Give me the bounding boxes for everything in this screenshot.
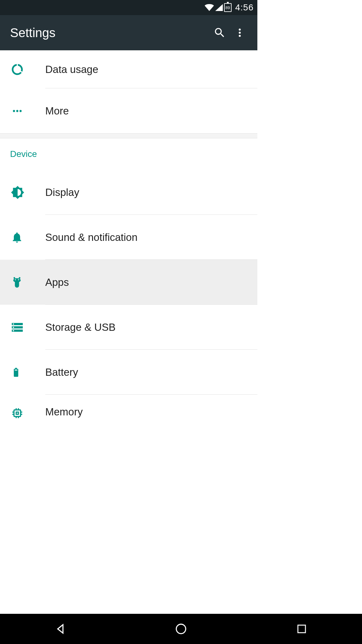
battery-icon: 89 bbox=[224, 3, 232, 12]
section-divider bbox=[0, 133, 257, 138]
settings-item-label: Data usage bbox=[45, 64, 98, 75]
search-icon bbox=[213, 26, 226, 39]
memory-icon bbox=[11, 407, 24, 420]
settings-item-label: Sound & notification bbox=[45, 231, 138, 243]
app-bar: Settings bbox=[0, 15, 257, 50]
apps-icon bbox=[11, 275, 23, 289]
overflow-button[interactable] bbox=[230, 23, 250, 43]
settings-item-battery[interactable]: Battery bbox=[0, 350, 257, 395]
svg-point-4 bbox=[18, 279, 19, 280]
svg-point-2 bbox=[13, 278, 20, 282]
settings-item-storage[interactable]: Storage & USB bbox=[0, 305, 257, 350]
settings-item-label: More bbox=[45, 105, 69, 117]
data-usage-icon bbox=[11, 63, 24, 76]
settings-item-display[interactable]: Display bbox=[0, 170, 257, 215]
battery-icon bbox=[11, 365, 21, 379]
cellular-icon bbox=[215, 4, 223, 11]
page-title: Settings bbox=[10, 26, 210, 40]
wifi-icon bbox=[205, 4, 214, 11]
status-bar: 89 4:56 bbox=[0, 0, 257, 15]
settings-item-apps[interactable]: Apps bbox=[0, 260, 257, 305]
settings-item-more[interactable]: More bbox=[0, 88, 257, 133]
more-vert-icon bbox=[233, 26, 246, 39]
settings-list: Data usage More Device Display Sound & n… bbox=[0, 50, 257, 423]
svg-point-1 bbox=[19, 277, 20, 279]
settings-item-label: Display bbox=[45, 186, 79, 198]
settings-item-label: Memory bbox=[45, 406, 83, 418]
section-header-device: Device bbox=[0, 138, 257, 170]
display-icon bbox=[11, 186, 25, 199]
status-clock: 4:56 bbox=[235, 3, 254, 13]
settings-item-label: Battery bbox=[45, 366, 78, 378]
status-icons: 89 bbox=[205, 3, 232, 12]
search-button[interactable] bbox=[210, 23, 230, 43]
settings-item-label: Storage & USB bbox=[45, 321, 116, 333]
settings-item-data-usage[interactable]: Data usage bbox=[0, 50, 257, 88]
sound-icon bbox=[11, 230, 23, 244]
settings-item-memory[interactable]: Memory bbox=[0, 395, 257, 423]
svg-point-0 bbox=[14, 277, 15, 279]
svg-point-3 bbox=[15, 279, 16, 280]
more-icon bbox=[11, 104, 24, 118]
storage-icon bbox=[11, 321, 24, 334]
settings-item-label: Apps bbox=[45, 276, 69, 288]
settings-item-sound[interactable]: Sound & notification bbox=[0, 215, 257, 260]
